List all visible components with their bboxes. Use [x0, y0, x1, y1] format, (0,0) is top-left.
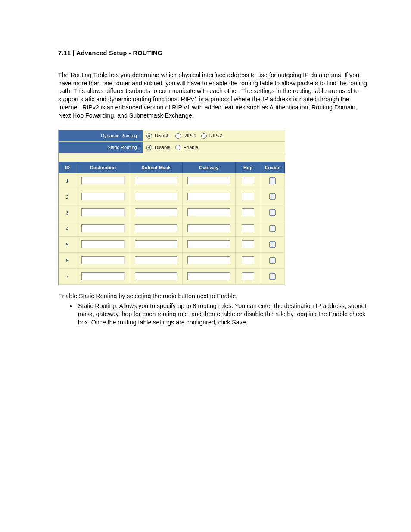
row-id: 3 — [59, 205, 76, 221]
dynamic-routing-row: Dynamic Routing : Disable RIPv1 RIPv2 — [59, 130, 285, 142]
row-hop-cell — [235, 205, 261, 221]
routing-panel: Dynamic Routing : Disable RIPv1 RIPv2 St… — [58, 130, 285, 285]
dynamic-ripv1-label: RIPv1 — [184, 133, 196, 138]
dest-input[interactable] — [81, 208, 125, 216]
row-id: 2 — [59, 189, 76, 205]
mask-input[interactable] — [135, 177, 177, 184]
gw-input[interactable] — [187, 193, 230, 200]
col-enable-header: Enable — [261, 162, 285, 173]
table-row: 6 — [59, 253, 285, 269]
row-dest-cell — [76, 189, 130, 205]
enable-checkbox[interactable] — [269, 241, 276, 248]
hop-input[interactable] — [242, 256, 254, 264]
row-id: 1 — [59, 173, 76, 189]
static-disable-label: Disable — [155, 145, 171, 150]
dynamic-routing-label: Dynamic Routing : — [59, 130, 143, 141]
mask-input[interactable] — [135, 272, 177, 280]
hop-input[interactable] — [242, 224, 254, 232]
static-disable-radio[interactable] — [146, 145, 152, 150]
static-routing-row: Static Routing : Disable Enable — [59, 142, 285, 153]
gw-input[interactable] — [187, 256, 230, 264]
row-enable-cell — [261, 189, 285, 205]
table-row: 4 — [59, 221, 285, 237]
dest-input[interactable] — [81, 272, 125, 280]
row-mask-cell — [130, 189, 182, 205]
row-mask-cell — [130, 205, 182, 221]
row-dest-cell — [76, 237, 130, 253]
gw-input[interactable] — [187, 224, 230, 232]
row-hop-cell — [235, 221, 261, 237]
row-enable-cell — [261, 205, 285, 221]
row-gw-cell — [182, 237, 235, 253]
row-dest-cell — [76, 205, 130, 221]
enable-instruction: Enable Static Routing by selecting the r… — [58, 292, 370, 300]
enable-checkbox[interactable] — [269, 193, 276, 200]
hop-input[interactable] — [242, 208, 254, 216]
dest-input[interactable] — [81, 177, 125, 184]
row-id: 4 — [59, 221, 76, 237]
dynamic-ripv2-label: RIPv2 — [209, 133, 222, 138]
dest-input[interactable] — [81, 224, 125, 232]
intro-paragraph: The Routing Table lets you determine whi… — [58, 71, 370, 119]
row-mask-cell — [130, 173, 182, 189]
row-enable-cell — [261, 221, 285, 237]
static-enable-label: Enable — [184, 145, 198, 150]
row-gw-cell — [182, 221, 235, 237]
enable-checkbox[interactable] — [269, 225, 276, 232]
gw-input[interactable] — [187, 240, 230, 248]
table-row: 3 — [59, 205, 285, 221]
col-dest-header: Destination — [76, 162, 130, 173]
row-mask-cell — [130, 221, 182, 237]
row-gw-cell — [182, 173, 235, 189]
col-id-header: ID — [59, 162, 76, 173]
enable-checkbox[interactable] — [269, 273, 276, 280]
mask-input[interactable] — [135, 224, 177, 232]
gw-input[interactable] — [187, 177, 230, 184]
table-row: 5 — [59, 237, 285, 253]
row-enable-cell — [261, 237, 285, 253]
static-routing-label: Static Routing : — [59, 142, 143, 153]
static-enable-radio[interactable] — [175, 145, 181, 150]
mask-input[interactable] — [135, 256, 177, 264]
enable-checkbox[interactable] — [269, 257, 276, 264]
mask-input[interactable] — [135, 240, 177, 248]
enable-checkbox[interactable] — [269, 177, 276, 184]
routing-table: ID Destination Subnet Mask Gateway Hop E… — [59, 162, 285, 285]
dest-input[interactable] — [81, 193, 125, 200]
gw-input[interactable] — [187, 208, 230, 216]
col-gw-header: Gateway — [182, 162, 235, 173]
row-id: 5 — [59, 237, 76, 253]
row-dest-cell — [76, 221, 130, 237]
row-enable-cell — [261, 253, 285, 269]
mask-input[interactable] — [135, 208, 177, 216]
row-hop-cell — [235, 237, 261, 253]
enable-checkbox[interactable] — [269, 209, 276, 216]
dest-input[interactable] — [81, 240, 125, 248]
row-gw-cell — [182, 189, 235, 205]
static-routing-bullet: Static Routing: Allows you to specify up… — [76, 302, 370, 326]
section-heading: 7.11 | Advanced Setup - ROUTING — [58, 50, 370, 56]
table-row: 7 — [59, 269, 285, 285]
dest-input[interactable] — [81, 256, 125, 264]
hop-input[interactable] — [242, 193, 254, 200]
mask-input[interactable] — [135, 193, 177, 200]
gw-input[interactable] — [187, 272, 230, 280]
row-gw-cell — [182, 253, 235, 269]
row-gw-cell — [182, 269, 235, 285]
table-row: 2 — [59, 189, 285, 205]
dynamic-ripv1-radio[interactable] — [175, 133, 181, 139]
row-enable-cell — [261, 173, 285, 189]
hop-input[interactable] — [242, 272, 254, 280]
hop-input[interactable] — [242, 177, 254, 184]
row-dest-cell — [76, 173, 130, 189]
dynamic-disable-radio[interactable] — [146, 133, 152, 139]
row-dest-cell — [76, 253, 130, 269]
dynamic-routing-options: Disable RIPv1 RIPv2 — [143, 130, 285, 141]
dynamic-ripv2-radio[interactable] — [201, 133, 207, 139]
row-hop-cell — [235, 173, 261, 189]
dynamic-disable-label: Disable — [155, 133, 171, 138]
row-hop-cell — [235, 253, 261, 269]
row-mask-cell — [130, 253, 182, 269]
hop-input[interactable] — [242, 240, 254, 248]
row-hop-cell — [235, 269, 261, 285]
